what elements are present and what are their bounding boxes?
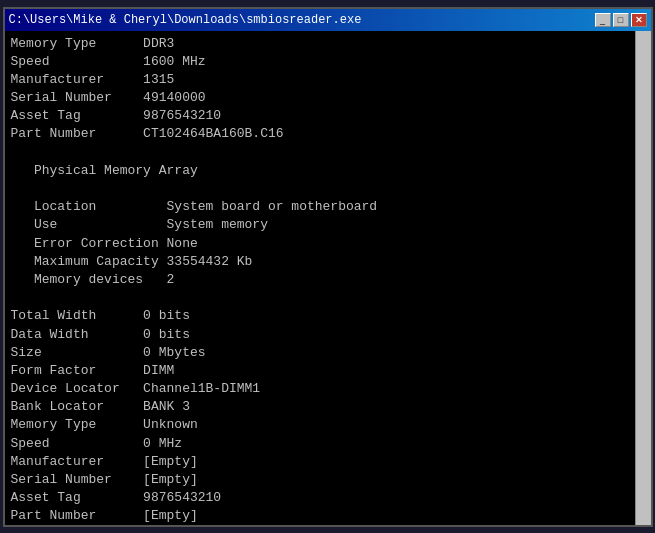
console-output: Memory Type DDR3 Speed 1600 MHz Manufact… <box>5 31 635 525</box>
scrollbar[interactable] <box>635 31 651 525</box>
title-bar: C:\Users\Mike & Cheryl\Downloads\smbiosr… <box>5 9 651 31</box>
maximize-button[interactable]: □ <box>613 13 629 27</box>
minimize-button[interactable]: _ <box>595 13 611 27</box>
console-text: Memory Type DDR3 Speed 1600 MHz Manufact… <box>11 35 629 525</box>
window-controls: _ □ ✕ <box>595 13 647 27</box>
close-button[interactable]: ✕ <box>631 13 647 27</box>
window-title: C:\Users\Mike & Cheryl\Downloads\smbiosr… <box>9 13 362 27</box>
main-window: C:\Users\Mike & Cheryl\Downloads\smbiosr… <box>3 7 653 527</box>
console-wrapper: Memory Type DDR3 Speed 1600 MHz Manufact… <box>5 31 651 525</box>
